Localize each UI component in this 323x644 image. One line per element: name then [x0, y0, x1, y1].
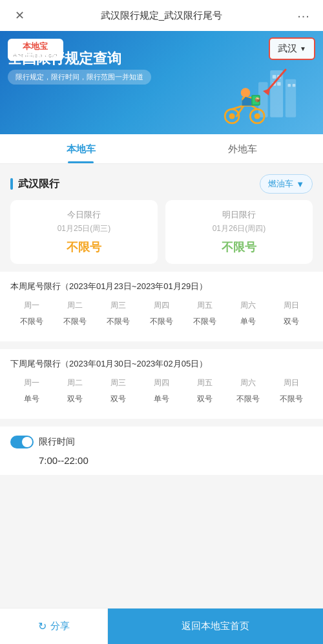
- day-fri-header: 周五: [183, 300, 226, 311]
- day-sun-header: 周日: [269, 300, 313, 311]
- next-week-table: 周一 周二 周三 周四 周五 周六 周日 单号 双号 双号 单号 双号 不限号 …: [10, 377, 313, 405]
- this-week-values: 不限号 不限号 不限号 不限号 不限号 单号 双号: [10, 316, 313, 327]
- svg-rect-10: [293, 84, 296, 87]
- banner-subtitle: 限行规定，限行时间，限行范围一并知道: [8, 70, 151, 85]
- today-date: 01月25日(周三): [18, 223, 150, 234]
- title-bar-icon: [10, 178, 13, 190]
- chevron-down-icon: ▼: [296, 179, 304, 189]
- time-section: 限行时间 7:00--22:00: [0, 427, 323, 475]
- tomorrow-card: 明日限行 01月26日(周四) 不限号: [165, 200, 313, 264]
- home-button[interactable]: 返回本地宝首页: [108, 609, 323, 644]
- today-label: 今日限行: [18, 209, 150, 221]
- section-header: 武汉限行 燃油车 ▼: [0, 164, 323, 200]
- today-value: 不限号: [18, 239, 150, 255]
- this-week-sun: 双号: [269, 316, 313, 327]
- tabs: 本地车 外地车: [0, 134, 323, 164]
- day-mon-header: 周一: [10, 300, 54, 311]
- next-week-mon: 单号: [10, 394, 54, 405]
- share-button[interactable]: ↻ 分享: [0, 609, 108, 644]
- next-week-sat: 不限号: [226, 394, 269, 405]
- scooter-illustration: 📦: [207, 65, 310, 129]
- refresh-icon: ↻: [38, 620, 47, 632]
- this-week-header: 周一 周二 周三 周四 周五 周六 周日: [10, 300, 313, 311]
- this-week-sat: 单号: [226, 316, 269, 327]
- next-day-mon-header: 周一: [10, 377, 54, 388]
- this-week-title: 本周尾号限行（2023年01月23日~2023年01月29日）: [10, 281, 313, 292]
- next-week-wed: 双号: [97, 394, 140, 405]
- this-week-wed: 不限号: [97, 316, 140, 327]
- day-tue-header: 周二: [54, 300, 97, 311]
- page-title: 武汉限行规定_武汉限行尾号: [28, 10, 295, 22]
- day-sat-header: 周六: [226, 300, 269, 311]
- next-week-fri: 双号: [183, 394, 226, 405]
- home-label: 返回本地宝首页: [182, 620, 249, 632]
- day-wed-header: 周三: [97, 300, 140, 311]
- next-week-thu: 单号: [140, 394, 183, 405]
- tomorrow-label: 明日限行: [173, 209, 305, 221]
- next-day-tue-header: 周二: [54, 377, 97, 388]
- svg-point-12: [229, 113, 235, 119]
- city-selector[interactable]: 武汉 ▼: [269, 37, 315, 60]
- svg-marker-1: [263, 88, 270, 96]
- tomorrow-date: 01月26日(周四): [173, 223, 305, 234]
- next-week-tue: 双号: [54, 394, 97, 405]
- next-week-section: 下周尾号限行（2023年01月30日~2023年02月05日） 周一 周二 周三…: [0, 349, 323, 419]
- time-value: 7:00--22:00: [10, 455, 313, 466]
- city-name: 武汉: [278, 43, 297, 55]
- next-week-title: 下周尾号限行（2023年01月30日~2023年02月05日）: [10, 358, 313, 370]
- next-day-wed-header: 周三: [97, 377, 140, 388]
- tomorrow-value: 不限号: [173, 239, 305, 255]
- time-header: 限行时间: [10, 436, 313, 448]
- content-area: 武汉限行 燃油车 ▼ 今日限行 01月25日(周三) 不限号 明日限行 01月2…: [0, 164, 323, 534]
- chevron-down-icon: ▼: [300, 45, 306, 52]
- this-week-table: 周一 周二 周三 周四 周五 周六 周日 不限号 不限号 不限号 不限号 不限号…: [10, 300, 313, 327]
- restriction-cards: 今日限行 01月25日(周三) 不限号 明日限行 01月26日(周四) 不限号: [0, 200, 323, 272]
- share-label: 分享: [50, 620, 70, 632]
- this-week-section: 本周尾号限行（2023年01月23日~2023年01月29日） 周一 周二 周三…: [0, 272, 323, 341]
- day-thu-header: 周四: [140, 300, 183, 311]
- next-day-sat-header: 周六: [226, 377, 269, 388]
- next-day-thu-header: 周四: [140, 377, 183, 388]
- top-bar: ✕ 武汉限行规定_武汉限行尾号 ···: [0, 0, 323, 31]
- this-week-fri: 不限号: [183, 316, 226, 327]
- bottom-bar: ↻ 分享 返回本地宝首页: [0, 608, 323, 644]
- banner-title: 全国限行规定查询: [8, 49, 121, 68]
- next-week-values: 单号 双号 双号 单号 双号 不限号 不限号: [10, 394, 313, 405]
- fuel-type-selector[interactable]: 燃油车 ▼: [260, 174, 313, 194]
- banner: 本地宝 Bendibao.com 全国限行规定查询 限行规定，限行时间，限行范围…: [0, 31, 323, 134]
- this-week-mon: 不限号: [10, 316, 54, 327]
- next-day-fri-header: 周五: [183, 377, 226, 388]
- tab-foreign-car[interactable]: 外地车: [162, 134, 323, 163]
- this-week-thu: 不限号: [140, 316, 183, 327]
- next-week-sun: 不限号: [269, 394, 313, 405]
- toggle-switch[interactable]: [10, 436, 34, 448]
- today-card: 今日限行 01月25日(周三) 不限号: [10, 200, 158, 264]
- section-title: 武汉限行: [10, 177, 59, 191]
- close-button[interactable]: ✕: [10, 8, 28, 23]
- time-label: 限行时间: [39, 436, 75, 448]
- svg-point-16: [241, 88, 251, 97]
- this-week-tue: 不限号: [54, 316, 97, 327]
- indicator-arrow: [260, 66, 292, 101]
- next-day-sun-header: 周日: [269, 377, 313, 388]
- svg-point-14: [255, 113, 260, 119]
- more-button[interactable]: ···: [295, 8, 313, 23]
- next-week-header: 周一 周二 周三 周四 周五 周六 周日: [10, 377, 313, 388]
- tab-local-car[interactable]: 本地车: [0, 134, 162, 163]
